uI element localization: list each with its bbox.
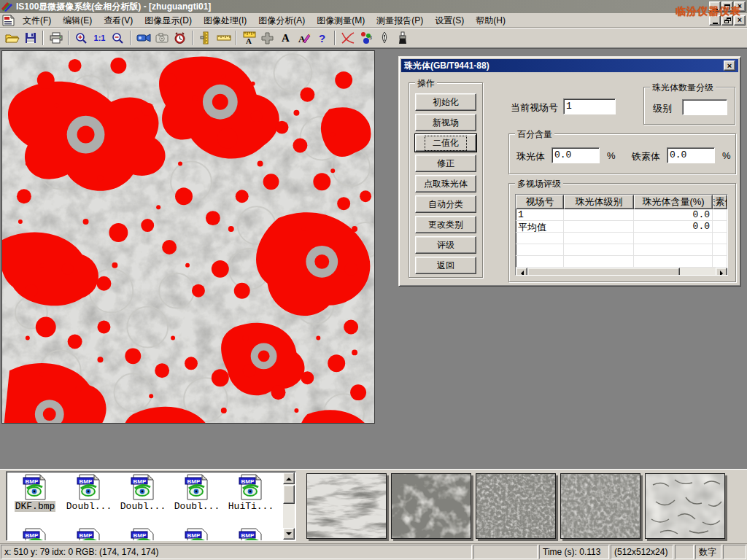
file-item[interactable]: BMP Doubl... — [170, 474, 224, 526]
classify-dots-button[interactable]: 3 — [357, 29, 375, 47]
measure-text-button[interactable]: A — [240, 29, 258, 47]
dialog-title-bar[interactable]: 珠光体(GB/T9441-88) × — [401, 59, 738, 72]
menu-edit[interactable]: 编辑(E) — [57, 13, 98, 28]
menu-settings[interactable]: 设置(S) — [429, 13, 470, 28]
menu-image-display[interactable]: 图像显示(D) — [139, 13, 198, 28]
zoom-out-button[interactable] — [109, 29, 127, 47]
init-button[interactable]: 初始化 — [415, 93, 476, 111]
status-blank-1 — [473, 545, 538, 559]
file-item[interactable]: BMP Doubl... — [62, 474, 116, 526]
scroll-thumb[interactable] — [527, 268, 680, 276]
status-bar: x: 510 y: 79 idx: 0 RGB: (174, 174, 174)… — [0, 543, 747, 560]
menu-help[interactable]: 帮助(H) — [470, 13, 511, 28]
file-item[interactable]: BMP — [8, 528, 62, 541]
svg-text:BMP: BMP — [80, 532, 93, 539]
rating-table[interactable]: 视场号 珠光体级别 珠光体含量(%) 铁素体 1 0.0 平均值 — [515, 194, 728, 276]
timer-button[interactable] — [171, 29, 189, 47]
camera-button[interactable] — [152, 29, 171, 47]
menu-measure-report[interactable]: 测量报告(P) — [371, 13, 429, 28]
binarize-button[interactable]: 二值化 — [415, 134, 476, 152]
scroll-thumb[interactable] — [283, 485, 295, 504]
file-name[interactable]: Doubl... — [66, 501, 112, 512]
svg-text:BMP: BMP — [241, 478, 255, 485]
percent-group-label: 百分含量 — [515, 128, 554, 141]
micrograph-image[interactable] — [1, 50, 375, 424]
current-view-input[interactable]: 1 — [563, 98, 616, 114]
thumbnail-coarse[interactable] — [391, 473, 471, 539]
change-class-button[interactable]: 更改类别 — [415, 216, 476, 233]
pick-pearlite-button[interactable]: 点取珠光体 — [415, 175, 476, 192]
text-button[interactable]: A — [276, 29, 295, 47]
file-list[interactable]: BMP DKF.bmp BMP Doubl... BMP Doubl... BM… — [6, 471, 296, 541]
child-close-button[interactable]: × — [734, 15, 746, 26]
minimize-button[interactable] — [709, 1, 721, 12]
menu-image-analysis[interactable]: 图像分析(A) — [252, 13, 311, 28]
ferrite-percent-input[interactable]: 0.0 — [667, 147, 715, 163]
help-button[interactable]: ? — [313, 29, 331, 47]
thumbnail-fine-1[interactable] — [476, 473, 556, 539]
return-button[interactable]: 返回 — [415, 257, 476, 274]
table-row[interactable]: 平均值 0.0 — [516, 221, 727, 233]
open-button[interactable] — [3, 29, 21, 47]
pearlite-percent-input[interactable]: 0.0 — [551, 147, 600, 163]
document-icon[interactable] — [2, 15, 15, 26]
file-name[interactable]: Doubl... — [174, 501, 220, 512]
file-name[interactable]: Doubl... — [120, 501, 166, 512]
video-camera-button[interactable] — [134, 29, 152, 47]
correct-button[interactable]: 修正 — [415, 155, 476, 172]
status-mode-field: 数字 — [695, 545, 721, 559]
scroll-right-button[interactable] — [716, 268, 727, 276]
menu-image-measure[interactable]: 图像测量(M) — [311, 13, 371, 28]
bmp-file-icon: BMP — [77, 474, 101, 500]
scroll-up-button[interactable] — [283, 472, 295, 484]
child-minimize-button[interactable] — [709, 15, 721, 26]
thumbnail-graphite[interactable] — [645, 473, 725, 539]
caliper-button[interactable] — [196, 29, 214, 47]
new-view-button[interactable]: 新视场 — [415, 114, 476, 131]
file-item[interactable]: BMP — [224, 528, 278, 541]
dialog-close-button[interactable]: × — [724, 61, 735, 71]
auto-classify-button[interactable]: 自动分类 — [415, 195, 476, 213]
thumbnail-banded[interactable] — [306, 473, 387, 539]
file-item[interactable]: BMP HuiTi... — [224, 474, 278, 526]
scroll-left-button[interactable] — [516, 268, 527, 276]
window-title: IS100显微摄像系统(金相分析版) - [zhuguangti01] — [16, 1, 211, 13]
move-cross-button[interactable] — [258, 29, 276, 47]
menu-file[interactable]: 文件(F) — [17, 13, 57, 28]
close-button[interactable]: × — [734, 1, 746, 12]
rate-button[interactable]: 评级 — [415, 236, 476, 254]
file-item[interactable]: BMP — [62, 528, 116, 541]
curve-tool-button[interactable] — [338, 29, 357, 47]
file-list-scrollbar[interactable] — [283, 472, 295, 540]
file-name[interactable]: HuiTi... — [228, 501, 274, 512]
thumbnail-fine-2[interactable] — [560, 473, 640, 539]
ruler-icon — [217, 34, 231, 42]
table-row[interactable]: 1 0.0 — [516, 209, 727, 221]
file-item[interactable]: BMP — [170, 528, 224, 541]
current-view-label: 当前视场号 — [511, 101, 558, 114]
file-item[interactable]: BMP — [116, 528, 170, 541]
file-item[interactable]: BMP DKF.bmp — [8, 474, 62, 526]
maximize-button[interactable] — [721, 1, 733, 12]
annotate-button[interactable]: A — [295, 29, 313, 47]
col-view-no[interactable]: 视场号 — [516, 195, 564, 209]
file-name[interactable]: DKF.bmp — [15, 501, 56, 512]
save-button[interactable] — [21, 29, 39, 47]
pen-button[interactable] — [375, 29, 393, 47]
table-horizontal-scrollbar[interactable] — [516, 268, 727, 276]
scroll-down-button[interactable] — [283, 528, 295, 540]
col-pearlite-grade[interactable]: 珠光体级别 — [564, 195, 634, 209]
brush-icon — [398, 31, 407, 44]
menu-image-process[interactable]: 图像处理(I) — [198, 13, 252, 28]
print-button[interactable] — [47, 29, 65, 47]
zoom-in-button[interactable] — [72, 29, 90, 47]
menu-view[interactable]: 查看(V) — [98, 13, 139, 28]
grade-input[interactable] — [682, 99, 727, 115]
brush-button[interactable] — [393, 29, 411, 47]
ruler-button[interactable] — [214, 29, 233, 47]
file-item[interactable]: BMP Doubl... — [116, 474, 170, 526]
col-pearlite-percent[interactable]: 珠光体含量(%) — [634, 195, 713, 209]
child-restore-button[interactable] — [721, 15, 733, 26]
actual-size-button[interactable]: 1:1 — [90, 29, 109, 47]
col-ferrite[interactable]: 铁素体 — [713, 195, 727, 209]
